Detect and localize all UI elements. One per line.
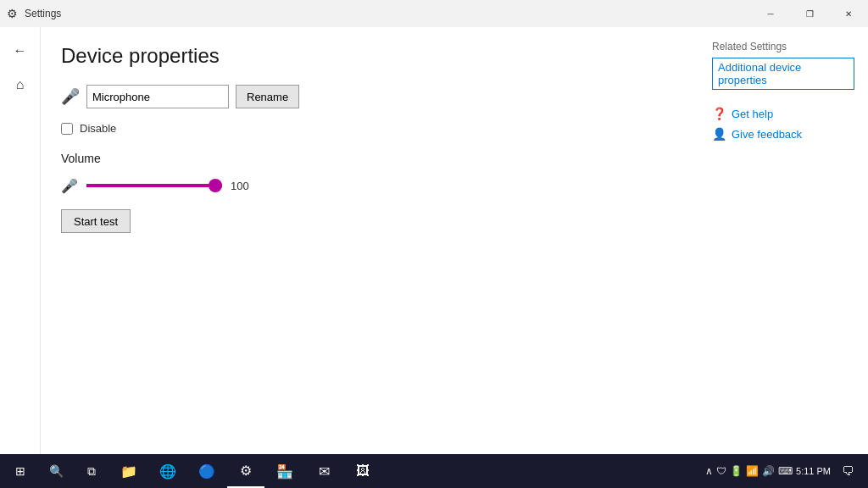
task-view-icon: ⧉ [87, 464, 96, 479]
restore-button[interactable]: ❐ [790, 0, 829, 27]
notification-button[interactable]: 🗨 [834, 454, 861, 488]
photos-icon: 🖼 [356, 463, 370, 479]
minimize-button[interactable]: ─ [751, 0, 790, 27]
additional-device-properties-link[interactable]: Additional device properties [712, 58, 854, 90]
taskbar: ⊞ 🔍 ⧉ 📁 🌐 🔵 ⚙ 🏪 ✉ [0, 454, 868, 488]
settings-taskbar-icon: ⚙ [240, 463, 252, 479]
task-view-button[interactable]: ⧉ [75, 454, 108, 488]
get-help-row[interactable]: ❓ Get help [712, 107, 854, 120]
network-icon: 📶 [746, 465, 759, 477]
taskbar-left: ⊞ 🔍 ⧉ 📁 🌐 🔵 ⚙ 🏪 ✉ [3, 454, 381, 488]
volume-icon[interactable]: 🔊 [762, 465, 775, 477]
sidebar: ← ⌂ [0, 27, 41, 454]
mail-icon: ✉ [319, 463, 330, 480]
disable-row: Disable [61, 122, 678, 135]
keyboard-icon: ⌨ [778, 465, 793, 477]
taskbar-app-chrome[interactable]: 🔵 [188, 454, 225, 488]
volume-slider-container [86, 175, 222, 196]
volume-title: Volume [61, 152, 678, 165]
explorer-icon: 📁 [120, 463, 137, 480]
taskbar-app-photos[interactable]: 🖼 [344, 454, 381, 488]
home-button[interactable]: ⌂ [3, 68, 37, 102]
main-content: Device properties 🎤 Rename Disable Volum… [41, 27, 698, 454]
volume-value: 100 [231, 180, 256, 192]
disable-label: Disable [80, 122, 116, 135]
chrome-icon: 🔵 [198, 463, 215, 480]
get-help-icon: ❓ [712, 107, 726, 120]
close-button[interactable]: ✕ [829, 0, 868, 27]
taskbar-app-explorer[interactable]: 📁 [110, 454, 147, 488]
taskbar-app-edge[interactable]: 🌐 [149, 454, 186, 488]
start-button[interactable]: ⊞ [3, 454, 37, 488]
titlebar-title: Settings [25, 8, 61, 19]
notification-icon: 🗨 [842, 464, 854, 478]
windows-icon: ⊞ [15, 464, 25, 478]
titlebar-controls: ─ ❐ ✕ [751, 0, 868, 27]
taskbar-app-store[interactable]: 🏪 [266, 454, 303, 488]
chevron-icon[interactable]: ∧ [705, 465, 713, 477]
taskbar-time[interactable]: 5:11 PM [796, 465, 831, 477]
microphone-icon: 🎤 [61, 87, 80, 106]
back-icon: ← [14, 43, 27, 58]
related-settings-title: Related Settings [712, 41, 854, 53]
page-title: Device properties [61, 44, 678, 68]
back-button[interactable]: ← [3, 34, 37, 68]
get-help-link[interactable]: Get help [732, 108, 773, 120]
store-icon: 🏪 [276, 463, 293, 480]
security-icon: 🛡 [716, 465, 726, 477]
search-button[interactable]: 🔍 [39, 454, 73, 488]
give-feedback-icon: 👤 [712, 127, 726, 141]
right-panel: Related Settings Additional device prope… [698, 27, 868, 454]
volume-row: 🎤 100 [61, 175, 678, 196]
taskbar-right: ∧ 🛡 🔋 📶 🔊 ⌨ 5:11 PM 🗨 [705, 454, 865, 488]
give-feedback-row[interactable]: 👤 Give feedback [712, 127, 854, 141]
taskbar-app-settings[interactable]: ⚙ [227, 454, 264, 488]
titlebar-left: ⚙ Settings [7, 7, 61, 20]
device-name-input[interactable] [86, 85, 229, 108]
app-body: ← ⌂ Device properties 🎤 Rename Disable V… [0, 27, 868, 454]
titlebar: ⚙ Settings ─ ❐ ✕ [0, 0, 868, 27]
edge-icon: 🌐 [159, 463, 176, 480]
volume-section: Volume 🎤 100 Start test [61, 152, 678, 233]
device-name-row: 🎤 Rename [61, 85, 678, 108]
rename-button[interactable]: Rename [236, 85, 299, 108]
time-display: 5:11 PM [796, 465, 831, 477]
home-icon: ⌂ [16, 77, 25, 92]
volume-mic-icon: 🎤 [61, 178, 78, 194]
battery-icon: 🔋 [730, 465, 743, 477]
taskbar-app-mail[interactable]: ✉ [305, 454, 342, 488]
taskbar-system-icons: ∧ 🛡 🔋 📶 🔊 ⌨ [705, 465, 793, 477]
taskbar-apps: 📁 🌐 🔵 ⚙ 🏪 ✉ 🖼 [110, 454, 381, 488]
volume-slider[interactable] [86, 184, 222, 187]
start-test-button[interactable]: Start test [61, 209, 131, 233]
search-icon: 🔍 [49, 464, 64, 478]
settings-icon: ⚙ [7, 7, 18, 20]
disable-checkbox[interactable] [61, 123, 73, 135]
give-feedback-link[interactable]: Give feedback [732, 128, 802, 141]
